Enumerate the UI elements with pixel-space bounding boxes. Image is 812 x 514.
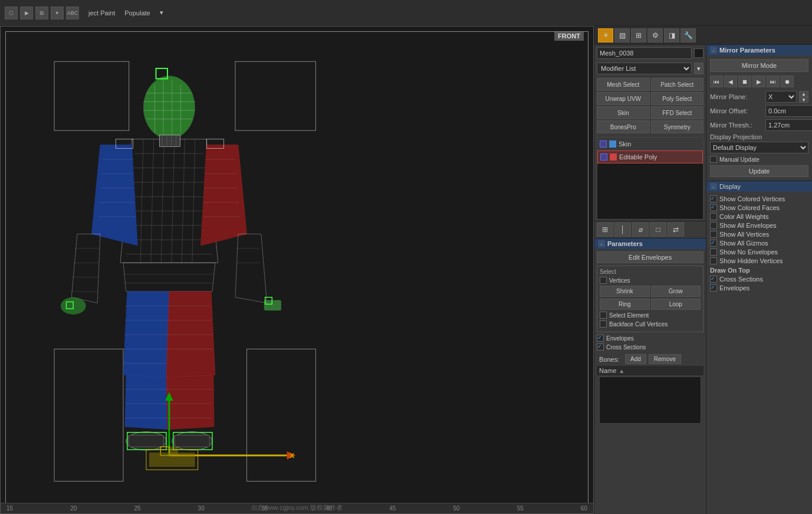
dcb-colored-vertices-checkbox[interactable] <box>710 195 717 202</box>
sort-arrow-icon[interactable]: ▲ <box>619 368 624 374</box>
panel-icon-display[interactable]: ▧ <box>614 28 630 42</box>
panel-icon-hierarchy[interactable]: ⊞ <box>631 28 646 42</box>
select-element-row: Select Element <box>600 312 701 319</box>
dcb-colored-faces-checkbox[interactable] <box>710 204 717 211</box>
viewport[interactable]: FRONT <box>0 26 594 514</box>
mod-btn-symmetry[interactable]: Symmetry <box>651 120 704 133</box>
grow-btn[interactable]: Grow <box>651 286 701 297</box>
dcb-show-all-vertices-label: Show All Vertices <box>719 231 769 238</box>
manual-update-checkbox[interactable] <box>710 156 717 163</box>
update-btn[interactable]: Update <box>710 165 808 177</box>
mirror-header[interactable]: - Mirror Parameters <box>706 45 812 55</box>
pb-btn-prev[interactable]: ◀ <box>724 76 737 87</box>
mod-btn-skin[interactable]: Skin <box>597 106 650 119</box>
panel-tool-pin[interactable]: ⊞ <box>597 222 613 237</box>
dcb-color-all-weights-checkbox[interactable] <box>710 213 717 220</box>
display-header[interactable]: - Display <box>706 181 812 192</box>
svg-line-26 <box>172 139 175 263</box>
stack-checkbox-skin[interactable] <box>600 140 607 148</box>
params-section-header[interactable]: - Parameters <box>594 238 706 249</box>
mesh-color-box[interactable] <box>694 48 703 58</box>
mod-btn-ffd-select[interactable]: FFD Select <box>651 106 704 119</box>
select-element-checkbox[interactable] <box>600 312 607 319</box>
vertices-label: Vertices <box>609 277 630 284</box>
pb-btn-record[interactable]: ⏺ <box>781 76 794 87</box>
panel-tool-copy[interactable]: □ <box>650 222 666 237</box>
display-minus-icon[interactable]: - <box>710 183 717 190</box>
bones-remove-btn[interactable]: Remove <box>649 354 681 364</box>
character-svg: X <box>18 44 360 493</box>
panel-icon-motion[interactable]: ⚙ <box>647 28 663 42</box>
dcb-show-no-envelopes-checkbox[interactable] <box>710 248 717 256</box>
panel-icon-wrench[interactable]: 🔧 <box>680 28 696 42</box>
mesh-name-input[interactable] <box>597 47 692 59</box>
mod-btn-bonespro[interactable]: BonesPro <box>597 120 650 133</box>
mirror-offset-row: Mirror Offset: ▲ ▼ <box>710 105 808 117</box>
mod-btn-mesh-select[interactable]: Mesh Select <box>597 78 650 91</box>
top-toolbar: ⬡ ▶ ⊞ ✦ ABC ject Paint Populate ▾ <box>0 0 812 26</box>
vertices-checkbox[interactable] <box>600 277 607 284</box>
stack-checkbox-editable-poly[interactable] <box>600 153 607 161</box>
cross-sections-checkbox[interactable] <box>597 343 604 351</box>
ring-btn[interactable]: Ring <box>600 299 650 310</box>
modifier-list-row: Modifier List ▾ <box>594 61 706 76</box>
right-panel-body: Modifier List ▾ Mesh Select Patch Select… <box>594 45 812 514</box>
toolbar-icon-1[interactable]: ⬡ <box>5 6 18 19</box>
mirror-thresh-input[interactable] <box>765 119 812 131</box>
pb-btn-next[interactable]: ⏭ <box>767 76 780 87</box>
backface-cull-checkbox[interactable] <box>600 320 607 328</box>
mesh-name-row <box>594 45 706 61</box>
dcb-show-all-gizmos-checkbox[interactable] <box>710 240 717 247</box>
dcb-cross-sections-checkbox[interactable] <box>710 276 717 283</box>
svg-rect-3 <box>246 349 315 481</box>
mod-btn-patch-select[interactable]: Patch Select <box>651 78 704 91</box>
dcb-envelopes-dot-checkbox[interactable] <box>710 284 717 292</box>
dcb-show-all-gizmos: Show All Gizmos <box>710 240 808 247</box>
loop-btn[interactable]: Loop <box>651 299 701 310</box>
panel-tool-paste[interactable]: ⇄ <box>668 222 684 237</box>
pb-btn-play[interactable]: ▶ <box>752 76 765 87</box>
mirror-plane-spin-up[interactable]: ▲ <box>799 91 808 97</box>
shrink-btn[interactable]: Shrink <box>600 286 650 297</box>
params-minus-icon[interactable]: - <box>598 240 605 247</box>
stack-item-editable-poly[interactable]: Editable Poly <box>597 150 703 163</box>
panel-icon-utility[interactable]: ◨ <box>664 28 679 42</box>
pb-btn-stop[interactable]: ⏹ <box>738 76 751 87</box>
panel-icon-sun[interactable]: ☀ <box>598 28 613 42</box>
stack-item-skin[interactable]: Skin <box>597 137 703 150</box>
panel-tool-link[interactable]: ⌀ <box>632 222 649 237</box>
mod-btn-unwrap-uvw[interactable]: Unwrap UVW <box>597 92 650 105</box>
envelopes-checkbox[interactable] <box>597 335 604 342</box>
bones-name-header: Name ▲ <box>597 366 703 375</box>
svg-rect-2 <box>54 349 123 481</box>
pb-btn-start[interactable]: ⏮ <box>710 76 723 87</box>
mirror-offset-input[interactable] <box>765 105 812 117</box>
display-projection-select[interactable]: Default Display <box>710 142 808 153</box>
toolbar-icon-2[interactable]: ▶ <box>20 6 33 19</box>
panel-icons-row: ☀ ▧ ⊞ ⚙ ◨ 🔧 <box>594 26 812 45</box>
panel-tool-move[interactable]: │ <box>614 222 631 237</box>
stack-name-skin: Skin <box>619 140 631 148</box>
toolbar-icon-3[interactable]: ⊞ <box>35 6 48 19</box>
svg-line-23 <box>140 139 143 263</box>
dcb-show-hidden-vertices-checkbox[interactable] <box>710 257 717 264</box>
dcb-show-all-gizmos-label: Show All Gizmos <box>719 240 768 247</box>
edit-envelopes-btn[interactable]: Edit Envelopes <box>597 251 703 263</box>
mirror-minus-icon[interactable]: - <box>710 47 717 54</box>
dcb-show-all-vertices-checkbox[interactable] <box>710 231 717 238</box>
dcb-envelopes-dot-label: Envelopes <box>719 284 749 292</box>
mirror-plane-select[interactable]: X <box>765 91 797 103</box>
dcb-show-all-envelopes-checkbox[interactable] <box>710 222 717 229</box>
toolbar-icon-4[interactable]: ✦ <box>51 6 64 19</box>
right-column: - Mirror Parameters Mirror Mode ⏮ ◀ ⏹ ▶ … <box>706 45 812 514</box>
mirror-plane-spin-down[interactable]: ▼ <box>799 97 808 103</box>
bones-add-btn[interactable]: Add <box>625 354 646 364</box>
modifier-dropdown-arrow[interactable]: ▾ <box>694 63 703 74</box>
mod-btn-poly-select[interactable]: Poly Select <box>651 92 704 105</box>
toolbar-dropdown[interactable]: ▾ <box>160 9 163 17</box>
dcb-colored-vertices-label: Show Colored Vertices <box>719 195 785 202</box>
mirror-mode-btn[interactable]: Mirror Mode <box>710 59 808 72</box>
toolbar-icon-5[interactable]: ABC <box>66 6 79 19</box>
modifier-list-dropdown[interactable]: Modifier List <box>597 63 692 74</box>
ruler-mark-3: 30 <box>198 505 205 512</box>
